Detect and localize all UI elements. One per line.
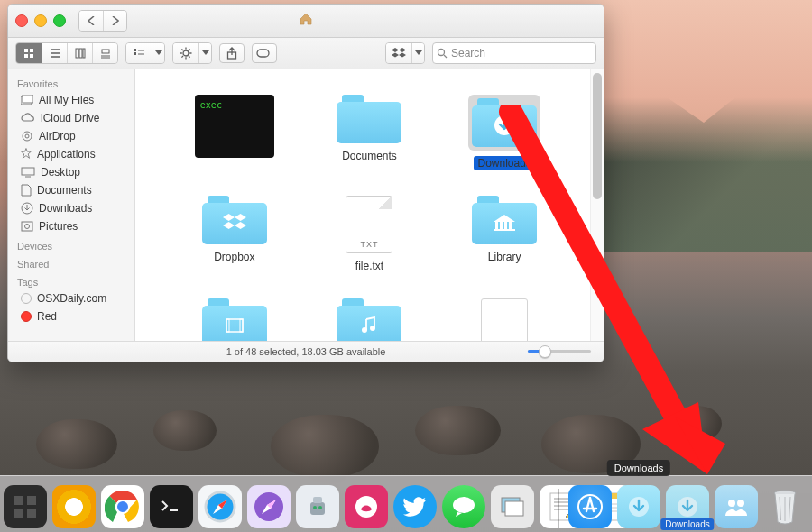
dock-chrome[interactable] (101, 485, 144, 528)
file-item-file-txt[interactable]: TXT file.txt (315, 196, 423, 273)
file-item-doc[interactable] (450, 298, 558, 341)
dock-dragged-downloads[interactable]: Downloads (666, 485, 709, 528)
svg-point-10 (183, 50, 189, 56)
dock-skitch[interactable] (345, 485, 388, 528)
dock-shared-folder[interactable] (715, 485, 758, 528)
file-item-downloads[interactable]: Downloads (450, 95, 558, 170)
svg-rect-34 (500, 222, 503, 229)
svg-point-42 (370, 326, 375, 331)
dock-mission-control[interactable] (4, 485, 47, 528)
download-glyph-icon (493, 114, 516, 137)
dock-terminal[interactable] (150, 485, 193, 528)
sidebar-item-documents[interactable]: Documents (8, 181, 134, 199)
folder-icon (337, 298, 401, 341)
fullscreen-button[interactable] (53, 14, 66, 27)
view-icon-button[interactable] (16, 43, 42, 63)
arrange-dropdown[interactable] (152, 43, 164, 63)
documents-icon (21, 184, 32, 197)
view-list-button[interactable] (42, 43, 67, 63)
sidebar-item-downloads[interactable]: Downloads (8, 199, 134, 217)
sidebar-item-desktop[interactable]: Desktop (8, 163, 134, 181)
share-button[interactable] (219, 43, 245, 63)
svg-rect-35 (504, 222, 507, 229)
sidebar-item-pictures[interactable]: Pictures (8, 217, 134, 235)
file-item-documents[interactable]: Documents (315, 95, 423, 170)
dock-twitter[interactable] (393, 485, 437, 528)
twitter-icon (403, 497, 427, 517)
dock-chrome-canary[interactable] (52, 485, 96, 528)
svg-rect-48 (27, 496, 36, 505)
slider-knob[interactable] (539, 345, 551, 358)
close-button[interactable] (15, 14, 28, 27)
dropbox-dropdown[interactable] (411, 43, 424, 63)
downloads-icon (21, 202, 33, 215)
airdrop-icon (21, 130, 33, 142)
finder-titlebar[interactable] (8, 5, 604, 38)
file-item-movies[interactable] (180, 298, 289, 341)
sidebar-tag-red[interactable]: Red (8, 307, 134, 326)
all-my-files-icon (21, 95, 33, 105)
action-dropdown[interactable] (198, 43, 211, 63)
terminal-thumb-icon: exec (195, 95, 274, 158)
shared-icon (723, 496, 750, 518)
file-item-library[interactable]: Library (450, 196, 558, 273)
sidebar-item-applications[interactable]: Applications (8, 145, 134, 163)
svg-rect-20 (257, 50, 269, 57)
nav-buttons (78, 10, 127, 32)
sidebar-item-icloud-drive[interactable]: iCloud Drive (8, 109, 134, 127)
arrange-button[interactable] (126, 43, 152, 63)
window-controls (15, 14, 66, 27)
dock-messages[interactable] (442, 485, 485, 528)
action-button[interactable] (173, 43, 198, 63)
dock-trash[interactable] (763, 485, 807, 528)
finder-content[interactable]: exec Documents Downloads (135, 69, 604, 341)
dock-safari-preview[interactable] (247, 485, 291, 528)
minimize-button[interactable] (34, 14, 47, 27)
pictures-icon (21, 221, 33, 232)
svg-point-83 (728, 500, 735, 507)
dock-downloads-stack[interactable]: Downloads (617, 485, 660, 528)
svg-point-67 (453, 497, 475, 513)
sidebar-item-airdrop[interactable]: AirDrop (8, 127, 134, 145)
dock-preview[interactable] (491, 485, 534, 528)
applications-icon (21, 148, 32, 161)
vertical-scrollbar[interactable] (590, 69, 604, 341)
svg-rect-50 (27, 509, 36, 518)
safari-icon (202, 489, 238, 525)
svg-rect-40 (240, 319, 243, 332)
tags-button[interactable] (252, 43, 277, 63)
dock-safari[interactable] (198, 485, 242, 528)
dock-right-section: Downloads Downloads (555, 485, 807, 528)
back-button[interactable] (79, 11, 103, 31)
file-item[interactable]: exec (180, 95, 289, 170)
dock-automator[interactable] (296, 485, 339, 528)
view-column-button[interactable] (67, 43, 92, 63)
file-item-dropbox[interactable]: Dropbox (180, 196, 289, 273)
folder-icon (202, 298, 267, 341)
search-placeholder: Search (451, 47, 485, 60)
view-coverflow-button[interactable] (92, 43, 117, 63)
dropbox-group (385, 42, 425, 64)
svg-rect-47 (14, 496, 23, 505)
file-item-music[interactable] (315, 298, 423, 341)
search-field[interactable]: Search (432, 42, 596, 64)
sidebar-header-favorites: Favorites (8, 73, 134, 91)
sidebar-item-all-my-files[interactable]: All My Files (8, 91, 134, 109)
forward-button[interactable] (103, 11, 126, 31)
icon-size-slider[interactable] (528, 347, 591, 354)
dropbox-button[interactable] (386, 43, 411, 63)
svg-point-25 (25, 134, 29, 138)
messages-icon (451, 495, 476, 518)
svg-line-17 (189, 49, 190, 50)
sidebar-tag-osxdaily[interactable]: OSXDaily.com (8, 289, 134, 307)
chrome-icon (105, 489, 141, 525)
dock-app-store[interactable] (568, 485, 612, 528)
arrange-group (125, 42, 165, 64)
svg-rect-37 (494, 229, 515, 231)
svg-rect-1 (30, 49, 33, 52)
svg-rect-30 (22, 222, 32, 231)
dropbox-glyph-icon (223, 214, 246, 232)
scrollbar-thumb[interactable] (593, 73, 602, 199)
desktop-wallpaper: Search Favorites All My Files iCloud Dri… (0, 0, 812, 532)
tag-dot-icon (21, 311, 32, 322)
